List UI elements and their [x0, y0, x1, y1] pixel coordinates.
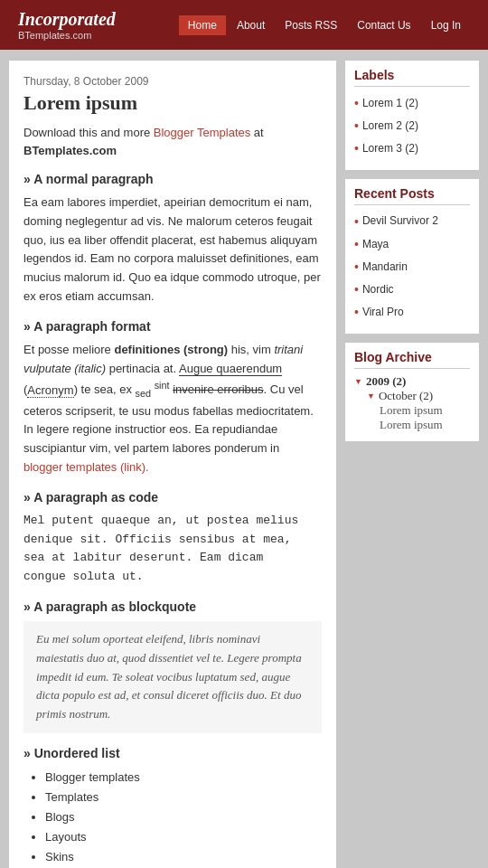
label-item[interactable]: Lorem 1 (2) — [354, 92, 470, 115]
section2-heading: » A paragraph format — [23, 319, 322, 334]
archive-post[interactable]: Lorem ipsum — [354, 403, 470, 418]
s2-strikethrough: invenire erroribus — [173, 383, 263, 397]
post-title: Lorem ipsum — [23, 91, 322, 115]
post-intro: Download this and more Blogger Templates… — [23, 124, 322, 159]
labels-list: Lorem 1 (2)Lorem 2 (2)Lorem 3 (2) — [354, 92, 470, 161]
recent-posts-list: Devil Survivor 2MayaMandarinNordicViral … — [354, 211, 470, 325]
label-item[interactable]: Lorem 3 (2) — [354, 137, 470, 160]
s2-acronym: Acronym — [27, 383, 73, 398]
archive-year[interactable]: 2009 (2) — [354, 374, 470, 389]
archive-month[interactable]: October (2) — [354, 389, 470, 403]
recent-posts-section: Recent Posts Devil Survivor 2MayaMandari… — [345, 179, 479, 334]
archive-section: Blog Archive 2009 (2)October (2)Lorem ip… — [345, 343, 479, 441]
s2-normal1: Et posse meliore — [23, 343, 114, 356]
intro-text: Download this and more — [23, 126, 154, 139]
recent-posts-title: Recent Posts — [354, 186, 470, 205]
s2-normal5: ) te sea, ex — [74, 383, 136, 397]
intro-site: BTemplates.com — [23, 144, 117, 157]
list-item: Blogs — [45, 807, 322, 827]
section4-heading: » A paragraph as blockquote — [23, 599, 322, 614]
s2-normal2: his, vim — [228, 343, 274, 356]
s2-sub: sed — [136, 388, 151, 399]
intro-link[interactable]: Blogger Templates — [154, 126, 250, 139]
s2-underline: Augue quaerendum — [179, 362, 282, 376]
archive-title: Blog Archive — [354, 350, 470, 369]
archive-content: 2009 (2)October (2)Lorem ipsumLorem ipsu… — [354, 374, 470, 432]
section3-heading: » A paragraph as code — [23, 490, 322, 505]
main-nav: HomeAboutPosts RSSContact UsLog In — [179, 15, 470, 35]
section5-heading: » Unordered list — [23, 746, 322, 760]
nav-item-posts-rss[interactable]: Posts RSS — [276, 15, 346, 35]
label-item[interactable]: Lorem 2 (2) — [354, 115, 470, 137]
s2-super: sint — [155, 380, 170, 391]
recent-post-item[interactable]: Devil Survivor 2 — [354, 211, 470, 233]
s2-strong: definitiones (strong) — [114, 343, 228, 356]
recent-post-item[interactable]: Nordic — [354, 278, 470, 301]
header: Incorporated BTemplates.com HomeAboutPos… — [0, 0, 488, 50]
recent-post-item[interactable]: Mandarin — [354, 256, 470, 278]
site-title: Incorporated — [18, 9, 116, 30]
unordered-list: Blogger templatesTemplatesBlogsLayoutsSk… — [23, 768, 322, 868]
list-item: Blogger templates — [45, 768, 322, 788]
s2-link[interactable]: blogger templates (link). — [23, 460, 149, 474]
sidebar: Labels Lorem 1 (2)Lorem 2 (2)Lorem 3 (2)… — [345, 61, 479, 450]
list-item: Templates — [45, 788, 322, 807]
section2-text: Et posse meliore definitiones (strong) h… — [23, 341, 322, 477]
nav-item-about[interactable]: About — [228, 15, 274, 35]
archive-post[interactable]: Lorem ipsum — [354, 418, 470, 432]
list-item: Skins — [45, 847, 322, 867]
nav-item-home[interactable]: Home — [179, 15, 226, 35]
s2-normal3: pertinacia at. — [106, 362, 179, 375]
section4-quote: Eu mei solum oporteat eleifend, libris n… — [23, 621, 322, 733]
main-content: Thursday, 8 October 2009 Lorem ipsum Dow… — [9, 61, 336, 868]
content-wrapper: Thursday, 8 October 2009 Lorem ipsum Dow… — [0, 50, 488, 868]
intro-at: at — [250, 126, 263, 139]
list-item: Layouts — [45, 827, 322, 847]
section1-text: Ea eam labores imperdiet, apeirian democ… — [23, 193, 322, 307]
recent-post-item[interactable]: Viral Pro — [354, 301, 470, 324]
labels-section: Labels Lorem 1 (2)Lorem 2 (2)Lorem 3 (2) — [345, 61, 479, 170]
labels-title: Labels — [354, 68, 470, 87]
site-subtitle: BTemplates.com — [18, 30, 116, 41]
recent-post-item[interactable]: Maya — [354, 233, 470, 256]
section1-heading: » A normal paragraph — [23, 172, 322, 186]
nav-item-contact-us[interactable]: Contact Us — [348, 15, 419, 35]
section3-code: Mel putent quaeque an, ut postea melius … — [23, 512, 322, 587]
nav-item-log-in[interactable]: Log In — [422, 15, 470, 35]
site-brand: Incorporated BTemplates.com — [18, 9, 116, 41]
post-date: Thursday, 8 October 2009 — [23, 75, 322, 88]
